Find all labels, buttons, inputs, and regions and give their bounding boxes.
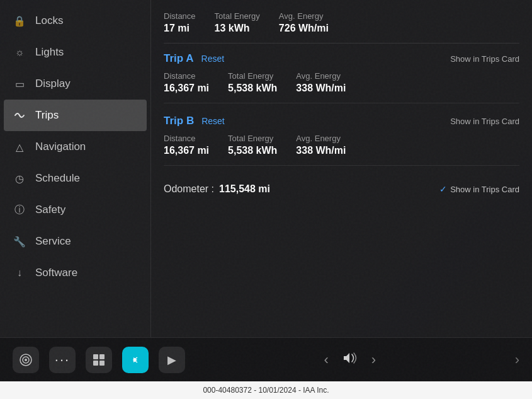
sidebar-label-software: Software — [35, 267, 77, 279]
sidebar-label-lights: Lights — [35, 46, 64, 59]
odometer-row: Odometer : 115,548 mi ✓ Show in Trips Ca… — [164, 177, 519, 199]
prev-distance-label: Distance — [164, 11, 196, 21]
taskbar-left: ··· ▶ — [13, 347, 185, 373]
prev-avg-energy-group: Avg. Energy 726 Wh/mi — [279, 11, 329, 34]
trip-b-total-energy-group: Total Energy 5,538 kWh — [228, 134, 277, 156]
trip-a-header: Trip A Reset Show in Trips Card — [164, 52, 519, 65]
trip-b-total-energy-label: Total Energy — [228, 134, 277, 143]
odometer-label: Odometer : — [164, 183, 214, 195]
sidebar-item-service[interactable]: 🔧 Service — [0, 226, 150, 257]
trip-b-section: Trip B Reset Show in Trips Card Distance… — [164, 115, 519, 166]
sidebar-label-schedule: Schedule — [35, 172, 80, 185]
svg-rect-6 — [99, 361, 105, 366]
trip-a-avg-energy-group: Avg. Energy 338 Wh/mi — [296, 71, 346, 94]
software-icon: ↓ — [13, 266, 26, 280]
trip-b-avg-energy-group: Avg. Energy 338 Wh/mi — [296, 134, 346, 156]
trip-a-distance-group: Distance 16,367 mi — [164, 71, 209, 94]
volume-icon[interactable] — [341, 351, 359, 368]
taskbar-right: › — [515, 352, 519, 368]
prev-avg-energy-value: 726 Wh/mi — [279, 23, 329, 34]
trip-b-stats: Distance 16,367 mi Total Energy 5,538 kW… — [164, 134, 519, 156]
taskbar-right-arrow[interactable]: › — [515, 352, 519, 368]
trip-b-reset-button[interactable]: Reset — [201, 116, 225, 126]
sidebar-item-safety[interactable]: ⓘ Safety — [0, 194, 150, 226]
trip-a-stats: Distance 16,367 mi Total Energy 5,538 kW… — [164, 71, 519, 94]
prev-distance-group: Distance 17 mi — [164, 11, 196, 34]
trip-a-show-in-trips-card[interactable]: Show in Trips Card — [450, 54, 519, 64]
trip-a-avg-energy-value: 338 Wh/mi — [296, 83, 346, 94]
sidebar-label-display: Display — [35, 78, 71, 90]
prev-avg-energy-label: Avg. Energy — [279, 11, 329, 21]
safety-icon: ⓘ — [13, 203, 26, 217]
prev-total-energy-group: Total Energy 13 kWh — [215, 11, 260, 34]
footer-bar: 000-40480372 - 10/01/2024 - IAA Inc. — [0, 381, 532, 399]
schedule-icon: ◷ — [13, 171, 26, 185]
footer-text: 000-40480372 - 10/01/2024 - IAA Inc. — [203, 386, 329, 395]
taskbar-center: ‹ › — [324, 351, 376, 368]
prev-total-energy-value: 13 kWh — [215, 23, 260, 34]
service-icon: 🔧 — [13, 234, 26, 248]
trip-b-title-row: Trip B Reset — [164, 115, 225, 127]
sidebar-label-navigation: Navigation — [35, 141, 86, 153]
odometer-value: 115,548 mi — [219, 183, 270, 195]
trip-a-section: Trip A Reset Show in Trips Card Distance… — [164, 52, 519, 103]
sidebar-item-trips[interactable]: Trips — [4, 100, 147, 131]
display-icon: ▭ — [13, 77, 26, 91]
sidebar-item-locks[interactable]: 🔒 Locks — [0, 5, 150, 37]
trip-b-title: Trip B — [164, 115, 194, 127]
odometer-show-trips-label: Show in Trips Card — [450, 185, 519, 194]
trip-b-avg-energy-label: Avg. Energy — [296, 134, 346, 143]
previous-trip-row: Distance 17 mi Total Energy 13 kWh Avg. … — [164, 6, 519, 43]
taskbar: ··· ▶ ‹ — [0, 337, 532, 381]
trip-a-title: Trip A — [164, 52, 194, 65]
trip-b-total-energy-value: 5,538 kWh — [228, 145, 277, 156]
trip-a-total-energy-group: Total Energy 5,538 kWh — [228, 71, 277, 94]
trip-b-header: Trip B Reset Show in Trips Card — [164, 115, 519, 127]
lights-icon: ☼ — [13, 45, 26, 59]
trip-a-total-energy-value: 5,538 kWh — [228, 83, 277, 94]
nav-right-arrow[interactable]: › — [371, 352, 376, 368]
trip-a-reset-button[interactable]: Reset — [201, 54, 225, 64]
trips-content: Distance 17 mi Total Energy 13 kWh Avg. … — [151, 0, 532, 337]
prev-distance-value: 17 mi — [164, 23, 196, 34]
bluetooth-icon-button[interactable] — [122, 347, 149, 373]
lock-icon: 🔒 — [13, 14, 26, 28]
sidebar-label-safety: Safety — [35, 204, 65, 216]
trip-a-distance-label: Distance — [164, 71, 209, 81]
trip-b-distance-group: Distance 16,367 mi — [164, 134, 209, 156]
prev-total-energy-label: Total Energy — [215, 11, 260, 21]
trips-icon — [13, 108, 26, 122]
sidebar-label-service: Service — [35, 235, 71, 248]
odometer-show-in-trips-card[interactable]: ✓ Show in Trips Card — [439, 184, 519, 194]
navigation-icon: △ — [13, 140, 26, 154]
sidebar: 🔒 Locks ☼ Lights ▭ Display Trips △ — [0, 0, 151, 337]
dots-menu-button[interactable]: ··· — [49, 347, 76, 373]
svg-rect-4 — [99, 354, 105, 359]
trip-b-show-in-trips-card[interactable]: Show in Trips Card — [450, 117, 519, 126]
svg-rect-5 — [93, 361, 98, 366]
camera-icon-button[interactable] — [13, 347, 39, 373]
sidebar-item-lights[interactable]: ☼ Lights — [0, 37, 150, 68]
sidebar-item-display[interactable]: ▭ Display — [0, 68, 150, 100]
trip-a-total-energy-label: Total Energy — [228, 71, 277, 81]
checkmark-icon: ✓ — [439, 184, 447, 194]
trip-b-avg-energy-value: 338 Wh/mi — [296, 145, 346, 156]
sidebar-label-locks: Locks — [35, 14, 63, 27]
trip-a-distance-value: 16,367 mi — [164, 83, 209, 94]
svg-point-2 — [25, 359, 27, 361]
sidebar-label-trips: Trips — [35, 109, 59, 122]
svg-rect-3 — [93, 354, 98, 359]
sidebar-item-navigation[interactable]: △ Navigation — [0, 131, 150, 163]
trip-b-distance-value: 16,367 mi — [164, 145, 209, 156]
trip-a-avg-energy-label: Avg. Energy — [296, 71, 346, 81]
grid-icon-button[interactable] — [86, 347, 112, 373]
sidebar-item-software[interactable]: ↓ Software — [0, 257, 150, 289]
trip-a-title-row: Trip A Reset — [164, 52, 224, 65]
nav-left-arrow[interactable]: ‹ — [324, 352, 329, 368]
media-play-button[interactable]: ▶ — [159, 347, 185, 373]
sidebar-item-schedule[interactable]: ◷ Schedule — [0, 163, 150, 194]
trip-b-distance-label: Distance — [164, 134, 209, 143]
